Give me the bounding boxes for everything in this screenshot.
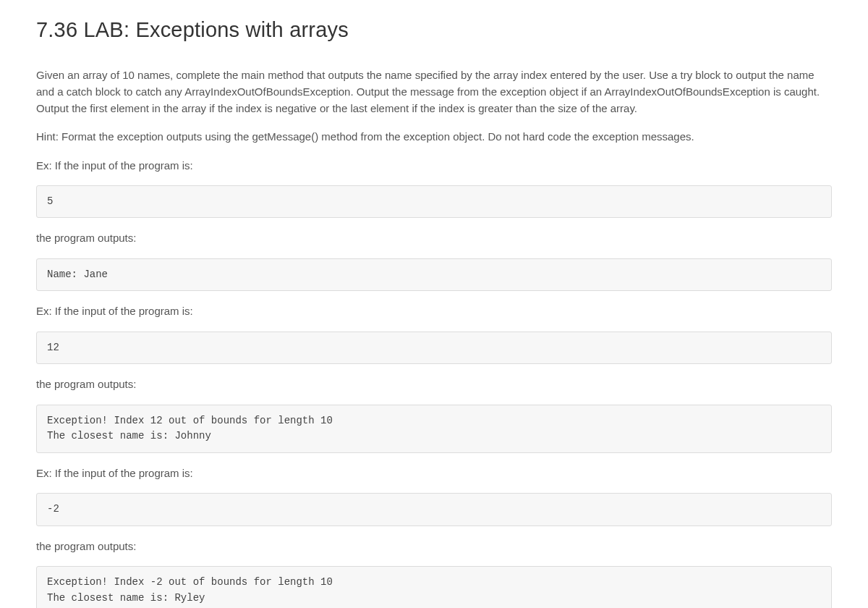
example-prompt-3: Ex: If the input of the program is: xyxy=(36,465,832,481)
example-input-3: -2 xyxy=(36,493,832,526)
example-prompt-1: Ex: If the input of the program is: xyxy=(36,157,832,174)
output-label-3: the program outputs: xyxy=(36,538,832,554)
example-input-2: 12 xyxy=(36,332,832,365)
example-input-1: 5 xyxy=(36,185,832,219)
intro-paragraph: Given an array of 10 names, complete the… xyxy=(36,67,832,117)
output-label-1: the program outputs: xyxy=(36,229,832,246)
example-output-1: Name: Jane xyxy=(36,258,832,292)
page-title: 7.36 LAB: Exceptions with arrays xyxy=(36,14,832,46)
hint-paragraph: Hint: Format the exception outputs using… xyxy=(36,128,832,145)
output-label-2: the program outputs: xyxy=(36,376,832,392)
example-output-3: Exception! Index -2 out of bounds for le… xyxy=(36,566,832,608)
example-output-2: Exception! Index 12 out of bounds for le… xyxy=(36,405,832,453)
example-prompt-2: Ex: If the input of the program is: xyxy=(36,303,832,319)
